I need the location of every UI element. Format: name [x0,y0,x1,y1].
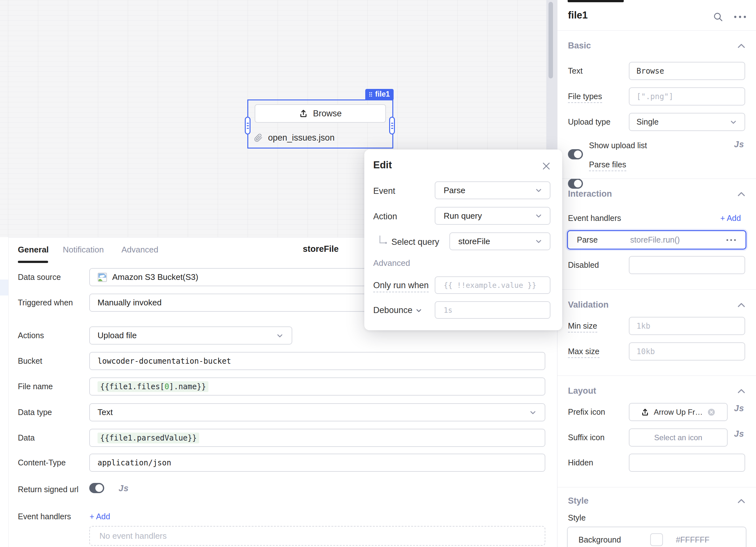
tab-advanced[interactable]: Advanced [121,245,158,255]
chevron-down-icon [529,408,537,417]
show-upload-list-label: Show upload list [589,141,647,150]
clear-icon[interactable] [707,408,716,416]
max-size-input[interactable]: 10kb [629,342,745,361]
disabled-input[interactable] [629,256,745,274]
tab-notification[interactable]: Notification [63,245,104,255]
background-color-swatch[interactable] [650,533,663,546]
suffix-icon-label: Suffix icon [568,433,605,442]
prefix-icon-button[interactable]: Arrow Up Fr… [629,403,728,421]
event-handler-item[interactable]: Parse storeFile.run() [567,230,746,250]
suffix-icon-button[interactable]: Select an icon [629,428,728,447]
event-select[interactable]: Parse [435,181,550,199]
js-toggle-icon[interactable]: Js [734,429,744,439]
upload-type-label: Upload type [568,117,610,127]
select-query-value: storeFile [458,237,490,246]
parse-files-toggle[interactable] [568,179,583,189]
collapse-basic-icon[interactable] [737,43,746,49]
data-type-select[interactable]: Text [89,403,545,421]
resize-handle-right[interactable] [389,117,395,135]
tab-general[interactable]: General [18,245,49,255]
js-toggle-icon[interactable]: Js [119,484,129,493]
return-signed-url-label: Return signed url [18,485,78,494]
js-toggle-icon[interactable]: Js [734,404,744,413]
chevron-down-icon [534,212,543,220]
show-upload-list-toggle[interactable] [568,149,583,159]
search-icon[interactable] [713,11,723,22]
action-value: Run query [444,211,482,221]
browse-button-label: Browse [313,109,342,119]
upload-type-value: Single [636,117,659,127]
modal-title: Edit [373,159,392,171]
suffix-icon-placeholder: Select an icon [654,433,702,442]
actions-select[interactable]: Upload file [89,326,292,345]
divider [557,487,756,487]
content-type-value: application/json [98,458,171,467]
bucket-value: lowcoder-documentation-bucket [98,357,231,366]
handler-more-icon[interactable] [726,238,737,242]
paperclip-icon [254,134,263,142]
query-list-rail[interactable] [0,237,9,547]
upload-type-select[interactable]: Single [629,113,745,131]
section-basic-title: Basic [568,41,591,51]
debounce-label[interactable]: Debounce [373,305,423,315]
file-name-label: File name [18,382,53,391]
background-label: Background [578,535,621,544]
min-size-input[interactable]: 1kb [629,317,745,335]
action-select[interactable]: Run query [435,207,550,225]
background-style-row[interactable]: Background #FFFFFF [567,527,746,547]
divider [557,289,756,290]
section-validation-title: Validation [568,300,609,310]
collapse-validation-icon[interactable] [737,302,746,308]
content-type-input[interactable]: application/json [89,454,545,472]
file-types-input[interactable]: [".png"] [629,87,745,106]
return-signed-url-toggle[interactable] [89,483,104,493]
file-types-label: File types [568,92,602,101]
select-query-label: Select query [391,237,439,247]
collapse-style-icon[interactable] [737,498,746,504]
uploaded-file-item[interactable]: open_issues.json [254,133,335,143]
canvas-scrollbar-thumb[interactable] [549,2,553,78]
modal-advanced-section-label[interactable]: Advanced [373,258,410,268]
data-input[interactable]: {{file1.parsedValue}} [89,429,545,447]
chevron-down-icon [415,307,423,314]
disabled-label: Disabled [568,260,599,270]
only-run-when-input[interactable]: {{ !!example.value }} [435,276,550,294]
resize-handle-left[interactable] [245,117,251,135]
widget-name-tag[interactable]: file1 [365,89,394,99]
event-handlers-label: Event handlers [568,214,621,223]
js-toggle-icon[interactable]: Js [734,140,744,150]
more-options-icon[interactable] [733,15,747,19]
hidden-input[interactable] [629,454,745,472]
max-size-placeholder: 10kb [636,347,655,356]
active-tab-indicator [18,261,48,263]
arrow-up-from-bracket-icon [641,408,649,416]
data-label: Data [18,433,35,442]
select-query-select[interactable]: storeFile [449,232,550,250]
file-types-placeholder: [".png"] [636,92,673,101]
chevron-down-icon [276,332,284,340]
inspector-active-tab-indicator [568,0,624,2]
event-value: Parse [444,186,465,195]
min-size-label: Min size [568,321,597,331]
close-icon[interactable] [541,161,551,171]
browse-button[interactable]: Browse [255,104,386,123]
divider [557,30,756,31]
text-input[interactable]: Browse [629,62,745,80]
bucket-label: Bucket [18,356,42,366]
collapse-layout-icon[interactable] [737,388,746,394]
chevron-down-icon [729,118,738,126]
content-type-label: Content-Type [18,458,66,467]
debounce-input[interactable]: 1s [435,301,550,319]
uploaded-file-name: open_issues.json [268,133,335,143]
debounce-placeholder: 1s [444,306,453,314]
min-size-placeholder: 1kb [636,322,650,331]
collapse-interaction-icon[interactable] [737,191,746,197]
bucket-input[interactable]: lowcoder-documentation-bucket [89,352,545,370]
action-label: Action [373,212,397,222]
query-add-event-handler-link[interactable]: + Add [90,512,110,521]
max-size-label: Max size [568,347,600,356]
file-name-input[interactable]: {{file1.files[0].name}} [89,377,545,396]
add-event-handler-link[interactable]: + Add [720,214,741,223]
hidden-label: Hidden [568,458,593,467]
inspector-component-title: file1 [568,10,588,21]
